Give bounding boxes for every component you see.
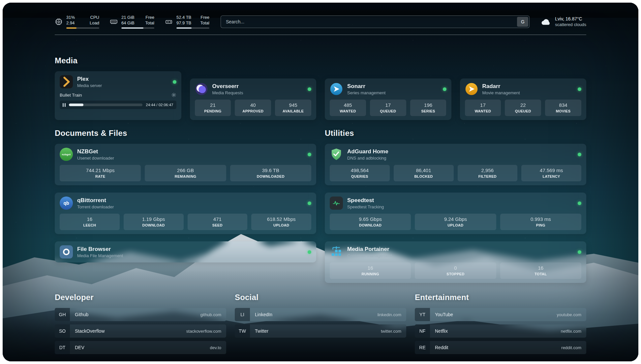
section-title-utilities: Utilities	[325, 129, 586, 138]
stat-box: 1.19 Gbps DOWNLOAD	[124, 214, 184, 230]
bookmark-linkedin[interactable]: LI LinkedIn linkedin.com	[235, 308, 406, 321]
bookmark-dev[interactable]: DT DEV dev.to	[55, 341, 226, 354]
cpu-usage-bar	[66, 27, 99, 29]
service-subtitle: Usenet downloader	[77, 155, 114, 161]
bookmark-twitter[interactable]: TW Twitter twitter.com	[235, 324, 406, 338]
stat-value: 17	[371, 102, 405, 108]
stat-label: RUNNING	[331, 272, 410, 276]
status-dot	[308, 153, 311, 156]
search-input[interactable]	[221, 15, 530, 28]
cpu-usage-bar-fill	[66, 27, 76, 29]
section-media: Media Plex Media server Bullet	[55, 56, 586, 120]
bookmark-domain: reddit.com	[561, 345, 581, 350]
bookmark-domain: stackoverflow.com	[186, 329, 221, 334]
bookmark-abbr: GH	[55, 308, 70, 321]
status-dot	[308, 87, 311, 91]
gear-icon[interactable]	[171, 92, 176, 98]
stat-box: 485 WANTED	[330, 100, 366, 116]
search-provider-button[interactable]: G	[517, 17, 528, 27]
stat-box: 16 TOTAL	[500, 262, 581, 279]
memory-total-value: 64 GiB	[121, 20, 135, 26]
card-head-text: File Browser Media File Management	[77, 246, 123, 258]
weather-condition: scattered clouds	[555, 22, 586, 27]
service-card-speedtest[interactable]: Speedtest Speedtest Tracking 9.65 Gbps D…	[325, 193, 586, 234]
card-head-text: NZBGet Usenet downloader	[77, 148, 114, 161]
section-title-documents: Documents & Files	[55, 129, 316, 138]
bookmark-name: Reddit	[435, 345, 448, 350]
topbar-divider	[55, 35, 586, 35]
stat-label: QUEUED	[371, 109, 405, 113]
card-head: qb qBittorrent Torrent downloader	[60, 197, 311, 210]
service-name: Speedtest	[347, 197, 384, 204]
speedtest-icon	[330, 197, 343, 210]
section-documents: Documents & Files nzbget NZBGet Usenet d…	[55, 129, 316, 283]
cpu-widget-info: 31% CPU 2.94 Load	[66, 15, 99, 29]
service-card-radarr[interactable]: Radarr Movie management 17 WANTED 22 QUE…	[460, 78, 587, 120]
card-head-text: qBittorrent Torrent downloader	[77, 197, 114, 210]
stat-box: 40 APPROVED	[235, 100, 271, 116]
stat-box: 39.6 TB DOWNLOADED	[230, 165, 311, 181]
bookmark-domain: linkedin.com	[378, 312, 401, 317]
cpu-load-label: Load	[90, 20, 99, 26]
service-card-sonarr[interactable]: Sonarr Series management 485 WANTED 17 Q…	[325, 78, 451, 120]
stat-box: 16 LEECH	[60, 214, 120, 230]
section-title-media: Media	[55, 56, 586, 65]
service-name: Overseerr	[212, 83, 243, 90]
service-subtitle: Media File Management	[77, 253, 123, 258]
service-card-nzbget[interactable]: nzbget NZBGet Usenet downloader 744.21 M…	[55, 144, 316, 185]
service-subtitle: Torrent downloader	[77, 204, 114, 210]
nzbget-icon-text: nzbget	[62, 153, 71, 156]
media-cards-row: Plex Media server Bullet Train	[55, 71, 586, 120]
top-bar: 31% CPU 2.94 Load	[55, 15, 586, 29]
bookmark-netflix[interactable]: NF Netflix netflix.com	[415, 324, 586, 338]
stats-row: 744.21 Mbps RATE 266 GB REMAINING 39.6 T…	[60, 165, 311, 181]
disk-icon	[165, 18, 173, 26]
status-dot	[443, 87, 446, 91]
service-card-plex[interactable]: Plex Media server Bullet Train	[55, 71, 181, 120]
stat-value: 196	[412, 102, 445, 108]
stat-box: 471 SEED	[188, 214, 248, 230]
stat-label: DOWNLOAD	[125, 223, 182, 228]
stat-value: 471	[189, 216, 246, 222]
service-subtitle: DNS and adblocking	[347, 155, 388, 161]
weather-text: Lviv, 16.87°C scattered clouds	[555, 16, 586, 27]
service-card-portainer[interactable]: Media Portainer Container management 16 …	[325, 241, 586, 283]
radarr-icon	[465, 82, 478, 96]
service-card-overseerr[interactable]: Overseerr Media Requests 21 PENDING 40 A…	[190, 78, 317, 120]
stat-label: UPLOAD	[416, 223, 495, 228]
service-card-filebrowser[interactable]: File Browser Media File Management	[55, 241, 316, 262]
bookmark-youtube[interactable]: YT YouTube youtube.com	[415, 308, 586, 321]
service-name: Sonarr	[347, 83, 385, 90]
disk-total-value: 97.9 TB	[176, 20, 191, 26]
stat-label: APPROVED	[236, 109, 270, 113]
card-head: File Browser Media File Management	[60, 245, 311, 258]
stat-box: 9.65 Gbps DOWNLOAD	[330, 214, 411, 230]
plex-icon	[60, 75, 73, 88]
search-bar: G	[221, 15, 530, 28]
bookmark-reddit[interactable]: RE Reddit reddit.com	[415, 341, 586, 354]
stat-value: 618.52 Mbps	[253, 216, 310, 222]
stat-label: QUERIES	[331, 174, 388, 179]
card-head-text: Plex Media server	[77, 76, 102, 88]
stat-value: 86,401	[395, 167, 452, 173]
stat-box: 945 AVAILABLE	[275, 100, 311, 116]
bookmark-stackoverflow[interactable]: SO StackOverflow stackoverflow.com	[55, 324, 226, 338]
card-head: Speedtest Speedtest Tracking	[330, 197, 581, 210]
service-name: Media Portainer	[347, 246, 392, 253]
service-name: qBittorrent	[77, 197, 114, 204]
bookmark-group-developer: Developer GH Github github.com SO StackO…	[55, 293, 226, 357]
service-name: File Browser	[77, 246, 123, 253]
stat-value: 266 GB	[146, 167, 225, 173]
service-card-adguard[interactable]: AdGuard Home DNS and adblocking 498,564 …	[325, 144, 586, 185]
bookmark-domain: twitter.com	[381, 329, 401, 334]
bookmark-github[interactable]: GH Github github.com	[55, 308, 226, 321]
stat-label: TOTAL	[502, 272, 580, 276]
filebrowser-icon	[60, 245, 73, 258]
bookmark-domain: github.com	[200, 312, 221, 317]
bookmark-group-social: Social LI LinkedIn linkedin.com TW Twitt…	[235, 293, 406, 357]
stat-box: 17 WANTED	[465, 100, 501, 116]
stat-label: SEED	[189, 223, 246, 228]
stat-value: 1.19 Gbps	[125, 216, 182, 222]
service-card-qbittorrent[interactable]: qb qBittorrent Torrent downloader 16 LEE…	[55, 193, 316, 234]
weather-widget: Lviv, 16.87°C scattered clouds	[541, 16, 586, 27]
